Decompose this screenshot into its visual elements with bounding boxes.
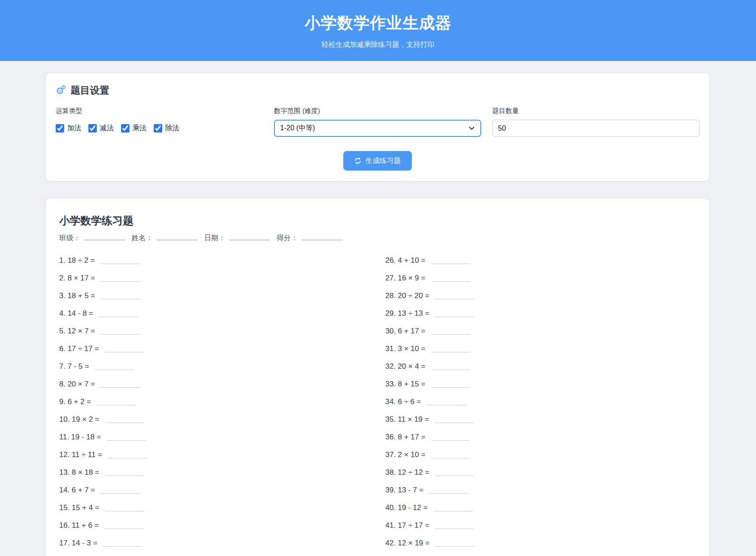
- refresh-icon: [354, 157, 361, 164]
- problem-text: 1. 18 ÷ 2 =: [59, 256, 95, 265]
- answer-blank-line: [99, 310, 138, 317]
- chevron-down-icon: [469, 126, 475, 130]
- answer-blank-line: [431, 275, 470, 282]
- problem-row: 33. 8 + 15 =: [385, 375, 696, 393]
- problem-row: 3. 18 + 5 =: [59, 287, 385, 305]
- answer-blank-line: [431, 451, 470, 458]
- answer-blank-line: [101, 275, 140, 282]
- problem-row: 6. 17 ÷ 17 =: [59, 340, 385, 358]
- answer-blank-line: [429, 487, 468, 494]
- problem-text: 41. 17 ÷ 17 =: [385, 521, 429, 530]
- problem-text: 11. 19 - 18 =: [59, 433, 101, 442]
- problem-text: 2. 8 × 17 =: [59, 274, 95, 283]
- worksheet-meta-field: 班级：: [59, 234, 125, 243]
- answer-blank-line: [101, 328, 140, 335]
- worksheet-meta-field: 姓名：: [132, 234, 198, 243]
- main-container: ⚙⚙ 题目设置 运算类型 加法 减法 乘法 除法 数字范围 (难度) 1-20 …: [46, 73, 709, 556]
- app-header: 小学数学作业生成器 轻松生成加减乘除练习题，支持打印: [0, 0, 756, 61]
- problem-row: 39. 13 - 7 =: [385, 481, 696, 499]
- problem-text: 28. 20 ÷ 20 =: [385, 291, 429, 300]
- answer-blank-line: [435, 522, 474, 529]
- meta-blank-line: [157, 234, 198, 240]
- problem-text: 36. 8 + 17 =: [385, 433, 425, 442]
- problem-row: 5. 12 × 7 =: [59, 322, 385, 340]
- settings-title-text: 题目设置: [70, 84, 109, 97]
- worksheet-title: 小学数学练习题: [59, 214, 696, 228]
- problem-row: 10. 19 × 2 =: [59, 411, 385, 428]
- page-title: 小学数学作业生成器: [0, 0, 756, 34]
- meta-label: 班级：: [59, 234, 80, 243]
- operation-checkbox[interactable]: [154, 124, 162, 132]
- operation-checkbox[interactable]: [121, 124, 129, 132]
- problem-row: 42. 12 × 19 =: [385, 534, 696, 552]
- problem-row: 15. 15 + 4 =: [59, 499, 385, 517]
- answer-blank-line: [431, 328, 470, 335]
- answer-blank-line: [108, 451, 147, 458]
- problem-text: 17. 14 - 3 =: [59, 539, 97, 548]
- count-input[interactable]: [492, 120, 699, 137]
- generate-button[interactable]: 生成练习题: [343, 151, 412, 170]
- operation-label: 加法: [67, 124, 81, 133]
- page-subtitle: 轻松生成加减乘除练习题，支持打印: [0, 40, 756, 49]
- problem-row: 28. 20 ÷ 20 =: [385, 287, 696, 305]
- operation-checkbox-item[interactable]: 减法: [88, 124, 114, 133]
- problem-text: 37. 2 × 10 =: [385, 450, 425, 459]
- settings-form: 运算类型 加法 减法 乘法 除法 数字范围 (难度) 1-20 (中等) 题目数…: [56, 107, 699, 137]
- answer-blank-line: [101, 292, 140, 299]
- operation-checkbox-item[interactable]: 加法: [56, 124, 81, 133]
- problem-text: 7. 7 - 5 =: [59, 362, 89, 371]
- problem-row: 31. 3 × 10 =: [385, 340, 696, 358]
- problem-text: 27. 16 × 9 =: [385, 274, 425, 283]
- problem-text: 40. 19 - 12 =: [385, 503, 428, 512]
- problem-row: 38. 12 ÷ 12 =: [385, 464, 696, 481]
- settings-section-title: ⚙⚙ 题目设置: [56, 84, 699, 97]
- answer-blank-line: [433, 504, 472, 511]
- answer-blank-line: [97, 398, 136, 405]
- operations-checkbox-row: 加法 减法 乘法 除法: [56, 120, 263, 137]
- answer-blank-line: [431, 434, 470, 441]
- operation-checkbox-item[interactable]: 乘法: [121, 124, 147, 133]
- problem-row: 29. 13 ÷ 13 =: [385, 305, 696, 322]
- meta-label: 得分：: [277, 234, 298, 243]
- answer-blank-line: [104, 522, 143, 529]
- operation-checkbox[interactable]: [88, 124, 97, 132]
- problems-grid: 1. 18 ÷ 2 = 2. 8 × 17 = 3. 18 + 5 = 4. 1…: [59, 252, 696, 552]
- answer-blank-line: [101, 487, 140, 494]
- answer-blank-line: [95, 363, 134, 370]
- answer-blank-line: [431, 381, 470, 388]
- problem-row: 2. 8 × 17 =: [59, 269, 385, 287]
- operations-label: 运算类型: [56, 107, 263, 115]
- problem-text: 13. 8 × 18 =: [59, 468, 99, 477]
- problem-row: 32. 20 × 4 =: [385, 358, 696, 375]
- answer-blank-line: [435, 469, 474, 476]
- problem-text: 3. 18 + 5 =: [59, 291, 95, 300]
- answer-blank-line: [101, 381, 140, 388]
- answer-blank-line: [105, 469, 144, 476]
- operation-checkbox-item[interactable]: 除法: [154, 124, 179, 133]
- range-group: 数字范围 (难度) 1-20 (中等): [274, 107, 481, 137]
- answer-blank-line: [107, 434, 146, 441]
- count-group: 题目数量: [492, 107, 699, 137]
- problem-row: 37. 2 × 10 =: [385, 446, 696, 464]
- operation-checkbox[interactable]: [56, 124, 64, 132]
- problem-row: 27. 16 × 9 =: [385, 269, 696, 287]
- settings-card: ⚙⚙ 题目设置 运算类型 加法 减法 乘法 除法 数字范围 (难度) 1-20 …: [46, 73, 709, 181]
- problem-text: 15. 15 + 4 =: [59, 503, 99, 512]
- problem-row: 40. 19 - 12 =: [385, 499, 696, 517]
- problem-row: 4. 14 - 8 =: [59, 305, 385, 322]
- count-label: 题目数量: [492, 107, 699, 115]
- problem-row: 35. 11 × 19 =: [385, 411, 696, 428]
- problem-text: 26. 4 + 10 =: [385, 256, 425, 265]
- generate-button-label: 生成练习题: [365, 156, 401, 166]
- answer-blank-line: [105, 504, 144, 511]
- range-select-value: 1-20 (中等): [280, 124, 315, 133]
- range-select[interactable]: 1-20 (中等): [274, 120, 481, 137]
- problem-row: 8. 20 × 7 =: [59, 375, 385, 393]
- answer-blank-line: [435, 416, 474, 423]
- problem-text: 35. 11 × 19 =: [385, 415, 429, 424]
- answer-blank-line: [431, 345, 470, 352]
- range-label: 数字范围 (难度): [274, 107, 481, 115]
- answer-blank-line: [103, 540, 142, 547]
- problem-text: 8. 20 × 7 =: [59, 380, 95, 389]
- answer-blank-line: [431, 363, 470, 370]
